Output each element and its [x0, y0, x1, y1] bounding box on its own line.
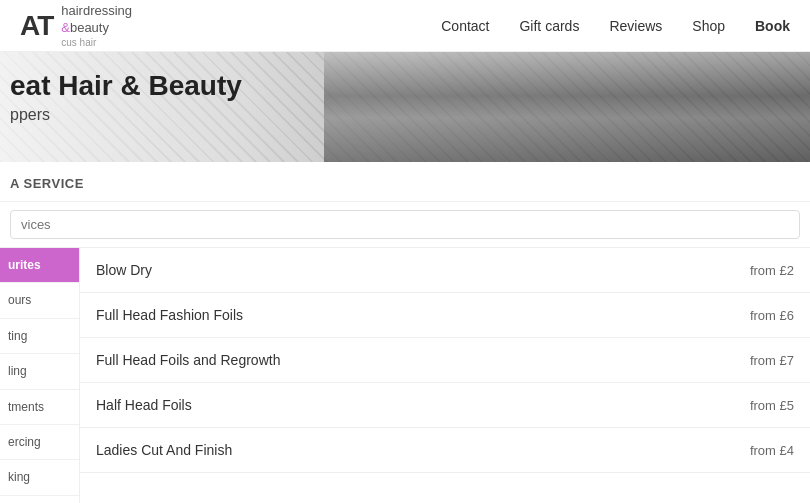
- logo-text-block: hairdressing &beauty cus hair: [61, 3, 132, 48]
- service-name-3: Half Head Foils: [96, 397, 192, 413]
- nav-gift-cards[interactable]: Gift cards: [519, 18, 579, 34]
- hero-subtitle: ppers: [10, 106, 810, 124]
- logo-line2: beauty: [70, 20, 109, 35]
- service-name-2: Full Head Foils and Regrowth: [96, 352, 280, 368]
- sidebar: uritesourstinglingtmentsercingkingilsFac…: [0, 248, 80, 503]
- hero-title: eat Hair & Beauty: [10, 70, 810, 102]
- service-name-0: Blow Dry: [96, 262, 152, 278]
- section-heading: A SERVICE: [0, 162, 810, 202]
- service-item-4[interactable]: Ladies Cut And Finishfrom £4: [80, 428, 810, 473]
- sidebar-item-1[interactable]: ours: [0, 283, 79, 318]
- sidebar-item-3[interactable]: ling: [0, 354, 79, 389]
- service-price-0: from £2: [750, 263, 794, 278]
- service-price-3: from £5: [750, 398, 794, 413]
- logo-sub: cus hair: [61, 37, 132, 48]
- sidebar-item-4[interactable]: tments: [0, 390, 79, 425]
- service-item-0[interactable]: Blow Dryfrom £2: [80, 248, 810, 293]
- service-price-1: from £6: [750, 308, 794, 323]
- service-price-2: from £7: [750, 353, 794, 368]
- sidebar-item-2[interactable]: ting: [0, 319, 79, 354]
- hero-banner: eat Hair & Beauty ppers: [0, 52, 810, 162]
- logo-name: hairdressing &beauty: [61, 3, 132, 37]
- sidebar-item-0[interactable]: urites: [0, 248, 79, 283]
- logo-at-text: AT: [20, 10, 53, 42]
- main-nav: Contact Gift cards Reviews Shop Book: [441, 18, 790, 34]
- logo-line1: hairdressing: [61, 3, 132, 18]
- search-bar: [0, 202, 810, 248]
- hero-content: eat Hair & Beauty ppers: [0, 52, 810, 142]
- service-name-1: Full Head Fashion Foils: [96, 307, 243, 323]
- service-item-1[interactable]: Full Head Fashion Foilsfrom £6: [80, 293, 810, 338]
- content-area: uritesourstinglingtmentsercingkingilsFac…: [0, 248, 810, 503]
- service-item-3[interactable]: Half Head Foilsfrom £5: [80, 383, 810, 428]
- nav-book[interactable]: Book: [755, 18, 790, 34]
- sidebar-item-7[interactable]: ils: [0, 496, 79, 503]
- header: AT hairdressing &beauty cus hair Contact…: [0, 0, 810, 52]
- main-content: A SERVICE uritesourstinglingtmentsercing…: [0, 162, 810, 503]
- service-item-2[interactable]: Full Head Foils and Regrowthfrom £7: [80, 338, 810, 383]
- nav-contact[interactable]: Contact: [441, 18, 489, 34]
- logo: AT hairdressing &beauty cus hair: [20, 3, 132, 48]
- nav-shop[interactable]: Shop: [692, 18, 725, 34]
- nav-reviews[interactable]: Reviews: [609, 18, 662, 34]
- logo-ampersand: &: [61, 20, 70, 35]
- search-input[interactable]: [10, 210, 800, 239]
- service-list: Blow Dryfrom £2Full Head Fashion Foilsfr…: [80, 248, 810, 503]
- sidebar-item-6[interactable]: king: [0, 460, 79, 495]
- service-name-4: Ladies Cut And Finish: [96, 442, 232, 458]
- service-price-4: from £4: [750, 443, 794, 458]
- sidebar-item-5[interactable]: ercing: [0, 425, 79, 460]
